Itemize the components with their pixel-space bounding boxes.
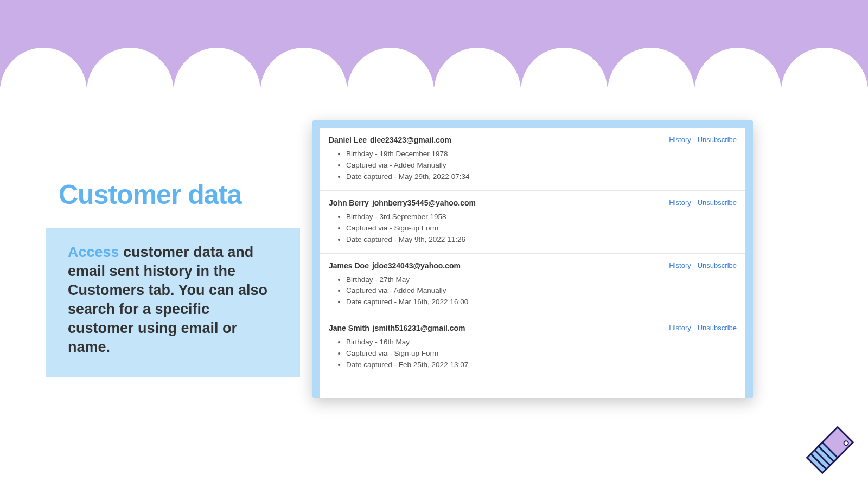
customer-captured-via: Captured via - Sign-up Form [346, 348, 737, 359]
unsubscribe-link[interactable]: Unsubscribe [698, 198, 737, 207]
description-rest: customer data and email sent history in … [68, 244, 267, 355]
customer-date-captured: Date captured - May 9th, 2022 11:26 [346, 234, 737, 246]
description-box: Access customer data and email sent hist… [46, 228, 300, 377]
customer-email: jsmith516231@gmail.com [373, 324, 465, 332]
page-title: Customer data [59, 179, 241, 210]
customers-panel: Daniel Lee dlee23423@gmail.com History U… [312, 120, 753, 398]
customer-row: Jane Smith jsmith516231@gmail.com Histor… [320, 316, 745, 378]
customer-captured-via: Captured via - Added Manually [346, 285, 737, 297]
customer-date-captured: Date captured - May 29th, 2022 07:34 [346, 171, 737, 183]
history-link[interactable]: History [669, 198, 691, 207]
customer-birthday: Birthday - 3rd September 1958 [346, 211, 737, 223]
customer-row: Daniel Lee dlee23423@gmail.com History U… [320, 128, 745, 191]
unsubscribe-link[interactable]: Unsubscribe [698, 261, 737, 269]
customer-name: Daniel Lee [329, 136, 367, 144]
history-link[interactable]: History [669, 324, 691, 332]
customer-name: John Berry [329, 198, 369, 207]
customer-date-captured: Date captured - Feb 25th, 2022 13:07 [346, 359, 737, 371]
customer-birthday: Birthday - 27th May [346, 274, 737, 286]
customer-email: johnberry35445@yahoo.com [372, 198, 476, 207]
description-text: Access customer data and email sent hist… [68, 243, 278, 357]
customer-captured-via: Captured via - Sign-up Form [346, 223, 737, 234]
tag-icon [803, 423, 857, 477]
unsubscribe-link[interactable]: Unsubscribe [698, 324, 737, 332]
customer-birthday: Birthday - 19th December 1978 [346, 149, 737, 160]
customers-list: Daniel Lee dlee23423@gmail.com History U… [320, 128, 745, 398]
customer-birthday: Birthday - 16th May [346, 337, 737, 348]
customer-row: John Berry johnberry35445@yahoo.com Hist… [320, 191, 745, 254]
scallop-edge [0, 48, 868, 91]
history-link[interactable]: History [669, 261, 691, 269]
description-lead: Access [68, 244, 119, 260]
customer-captured-via: Captured via - Added Manually [346, 160, 737, 171]
customer-date-captured: Date captured - Mar 16th, 2022 16:00 [346, 297, 737, 308]
customer-email: jdoe324043@yahoo.com [372, 261, 461, 270]
customer-name: Jane Smith [329, 324, 369, 332]
unsubscribe-link[interactable]: Unsubscribe [698, 136, 737, 144]
customer-email: dlee23423@gmail.com [370, 136, 451, 144]
history-link[interactable]: History [669, 136, 691, 144]
customer-name: James Doe [329, 261, 369, 270]
customer-row: James Doe jdoe324043@yahoo.com History U… [320, 254, 745, 317]
